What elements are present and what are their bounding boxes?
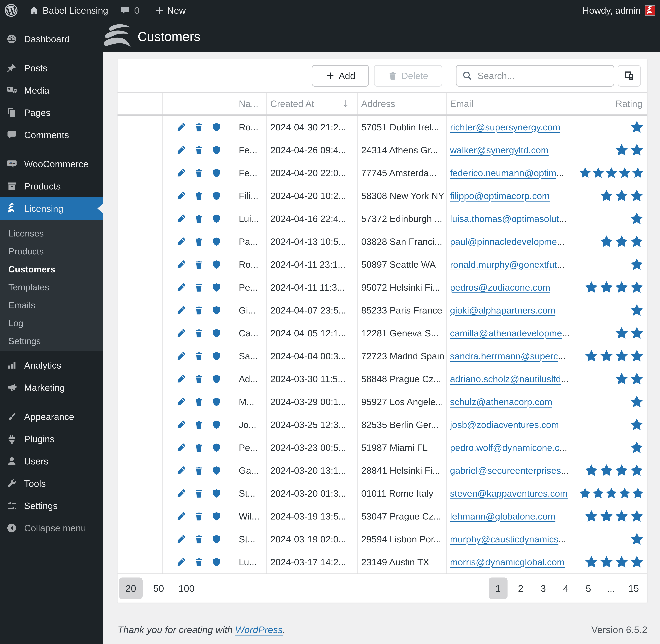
email-link[interactable]: gioki@alphapartners.com: [450, 305, 555, 316]
sidebar-item-products[interactable]: Products: [0, 175, 103, 197]
add-button[interactable]: Add: [312, 65, 369, 87]
delete-icon[interactable]: [194, 397, 204, 407]
email-link[interactable]: josb@zodiacventures.com: [450, 419, 559, 430]
page-1[interactable]: 1: [489, 577, 508, 599]
page-size-20[interactable]: 20: [119, 577, 143, 599]
sidebar-subitem-emails[interactable]: Emails: [0, 296, 103, 314]
sidebar-item-comments[interactable]: Comments: [0, 124, 103, 146]
shield-icon[interactable]: [212, 237, 221, 246]
delete-icon[interactable]: [194, 214, 204, 224]
delete-icon[interactable]: [194, 488, 204, 498]
sidebar-subitem-licenses[interactable]: Licenses: [0, 224, 103, 242]
edit-icon[interactable]: [176, 260, 186, 269]
edit-icon[interactable]: [176, 237, 186, 246]
edit-icon[interactable]: [176, 191, 186, 201]
edit-icon[interactable]: [176, 534, 186, 544]
sidebar-subitem-settings[interactable]: Settings: [0, 332, 103, 350]
delete-icon[interactable]: [194, 328, 204, 338]
edit-icon[interactable]: [176, 122, 186, 132]
edit-icon[interactable]: [176, 374, 186, 384]
edit-icon[interactable]: [176, 351, 186, 361]
wordpress-link[interactable]: WordPress: [235, 624, 283, 635]
delete-icon[interactable]: [194, 237, 204, 246]
shield-icon[interactable]: [212, 282, 221, 292]
shield-icon[interactable]: [212, 351, 221, 361]
email-link[interactable]: paul@pinnacledevelopme: [450, 236, 557, 247]
sidebar-subitem-customers[interactable]: Customers: [0, 260, 103, 278]
edit-icon[interactable]: [176, 305, 186, 315]
email-link[interactable]: luisa.thomas@optimasolut: [450, 213, 559, 224]
delete-icon[interactable]: [194, 260, 204, 269]
edit-icon[interactable]: [176, 328, 186, 338]
edit-icon[interactable]: [176, 168, 186, 178]
delete-button[interactable]: Delete: [374, 65, 442, 87]
page-4[interactable]: 4: [557, 577, 575, 599]
shield-icon[interactable]: [212, 260, 221, 269]
shield-icon[interactable]: [212, 511, 221, 521]
comments-count[interactable]: 0: [134, 5, 139, 16]
page-size-100[interactable]: 100: [175, 577, 198, 599]
sidebar-item-analytics[interactable]: Analytics: [0, 354, 103, 376]
shield-icon[interactable]: [212, 557, 221, 567]
email-link[interactable]: murphy@causticdynamics: [450, 534, 559, 545]
email-link[interactable]: sandra.herrmann@superc: [450, 351, 558, 362]
sidebar-item-plugins[interactable]: Plugins: [0, 428, 103, 450]
column-header-name[interactable]: Na...: [235, 93, 267, 114]
page-5[interactable]: 5: [579, 577, 598, 599]
email-link[interactable]: lehmann@globalone.com: [450, 511, 555, 522]
edit-icon[interactable]: [176, 145, 186, 155]
shield-icon[interactable]: [212, 168, 221, 178]
email-link[interactable]: adriano.scholz@nautilusltd: [450, 374, 561, 384]
edit-icon[interactable]: [176, 557, 186, 567]
page-15[interactable]: 15: [624, 577, 643, 599]
shield-icon[interactable]: [212, 145, 221, 155]
shield-icon[interactable]: [212, 214, 221, 224]
edit-icon[interactable]: [176, 420, 186, 430]
shield-icon[interactable]: [212, 122, 221, 132]
shield-icon[interactable]: [212, 374, 221, 384]
delete-icon[interactable]: [194, 374, 204, 384]
column-header-email[interactable]: Email: [447, 93, 575, 114]
plus-icon[interactable]: [155, 6, 164, 15]
delete-icon[interactable]: [194, 282, 204, 292]
sidebar-subitem-log[interactable]: Log: [0, 314, 103, 332]
sidebar-item-pages[interactable]: Pages: [0, 101, 103, 124]
delete-icon[interactable]: [194, 351, 204, 361]
delete-icon[interactable]: [194, 305, 204, 315]
email-link[interactable]: camilla@athenadevelopme: [450, 328, 562, 339]
sidebar-subitem-products[interactable]: Products: [0, 242, 103, 260]
sidebar-item-users[interactable]: Users: [0, 450, 103, 472]
home-icon[interactable]: [29, 5, 39, 15]
page-2[interactable]: 2: [511, 577, 530, 599]
sidebar-item-appearance[interactable]: Appearance: [0, 406, 103, 428]
shield-icon[interactable]: [212, 534, 221, 544]
delete-icon[interactable]: [194, 511, 204, 521]
delete-icon[interactable]: [194, 534, 204, 544]
admin-bar-site-name[interactable]: Babel Licensing: [43, 5, 108, 16]
email-link[interactable]: ronald.murphy@gonextfut: [450, 259, 557, 270]
email-link[interactable]: filippo@optimacorp.com: [450, 190, 550, 201]
edit-icon[interactable]: [176, 214, 186, 224]
delete-icon[interactable]: [194, 420, 204, 430]
email-link[interactable]: gabriel@secureenterprises: [450, 465, 561, 476]
sidebar-item-media[interactable]: Media: [0, 79, 103, 101]
sidebar-item-marketing[interactable]: Marketing: [0, 376, 103, 399]
collapse-menu-button[interactable]: Collapse menu: [0, 517, 103, 539]
sidebar-subitem-templates[interactable]: Templates: [0, 278, 103, 296]
sidebar-item-settings[interactable]: Settings: [0, 495, 103, 517]
delete-icon[interactable]: [194, 122, 204, 132]
shield-icon[interactable]: [212, 488, 221, 498]
avatar[interactable]: [645, 5, 655, 16]
sidebar-item-dashboard[interactable]: Dashboard: [0, 28, 103, 50]
sidebar-item-licensing[interactable]: Licensing: [0, 197, 103, 220]
email-link[interactable]: pedro.wolf@dynamicone.c: [450, 442, 560, 453]
email-link[interactable]: walker@synergyltd.com: [450, 145, 549, 156]
howdy-admin-label[interactable]: Howdy, admin: [582, 5, 640, 16]
delete-icon[interactable]: [194, 557, 204, 567]
shield-icon[interactable]: [212, 466, 221, 475]
page-size-50[interactable]: 50: [147, 577, 170, 599]
delete-icon[interactable]: [194, 145, 204, 155]
shield-icon[interactable]: [212, 191, 221, 201]
edit-icon[interactable]: [176, 397, 186, 407]
email-link[interactable]: morris@dynamicglobal.com: [450, 557, 565, 568]
